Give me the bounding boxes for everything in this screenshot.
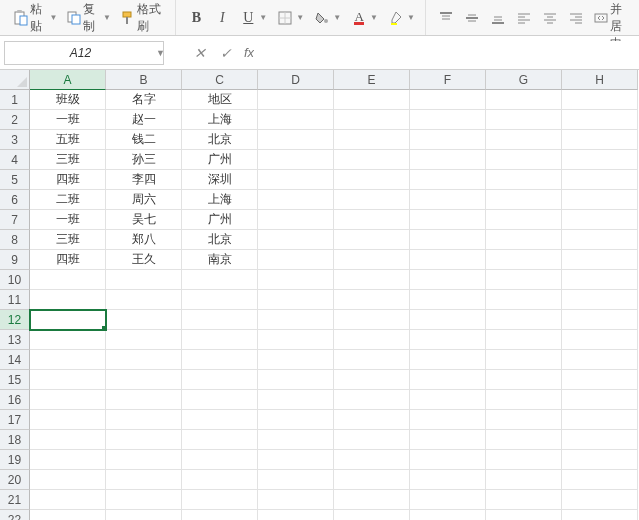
cell[interactable] (30, 290, 106, 310)
cell[interactable] (562, 430, 638, 450)
cell[interactable] (182, 470, 258, 490)
cell[interactable]: 地区 (182, 90, 258, 110)
font-color-button[interactable]: A▼ (347, 7, 382, 29)
cell[interactable] (562, 450, 638, 470)
cell[interactable] (334, 250, 410, 270)
align-left-button[interactable] (512, 7, 536, 29)
cell[interactable] (334, 210, 410, 230)
row-header[interactable]: 5 (0, 170, 30, 190)
cell[interactable] (562, 210, 638, 230)
cell[interactable] (258, 390, 334, 410)
cell[interactable] (106, 270, 182, 290)
row-header[interactable]: 18 (0, 430, 30, 450)
cell[interactable] (562, 370, 638, 390)
cell[interactable]: 四班 (30, 170, 106, 190)
cell[interactable] (334, 490, 410, 510)
row-header[interactable]: 3 (0, 130, 30, 150)
cell[interactable] (30, 350, 106, 370)
borders-button[interactable]: ▼ (273, 7, 308, 29)
cell[interactable] (30, 330, 106, 350)
cell[interactable] (410, 290, 486, 310)
cell[interactable]: 四班 (30, 250, 106, 270)
cell[interactable] (30, 490, 106, 510)
cell[interactable] (410, 310, 486, 330)
cell[interactable] (258, 510, 334, 520)
row-header[interactable]: 8 (0, 230, 30, 250)
cell[interactable] (486, 110, 562, 130)
cell[interactable] (182, 490, 258, 510)
column-header[interactable]: C (182, 70, 258, 90)
column-header[interactable]: F (410, 70, 486, 90)
cell[interactable] (410, 190, 486, 210)
cell[interactable] (486, 150, 562, 170)
cell[interactable] (106, 330, 182, 350)
cell[interactable]: 郑八 (106, 230, 182, 250)
cell[interactable] (106, 290, 182, 310)
cell[interactable] (562, 250, 638, 270)
cell[interactable] (182, 430, 258, 450)
row-header[interactable]: 10 (0, 270, 30, 290)
cell[interactable] (106, 430, 182, 450)
row-header[interactable]: 21 (0, 490, 30, 510)
column-header[interactable]: H (562, 70, 638, 90)
cell[interactable] (410, 170, 486, 190)
align-middle-button[interactable] (460, 7, 484, 29)
cell[interactable] (334, 370, 410, 390)
cells-area[interactable]: 班级名字地区一班赵一上海五班钱二北京三班孙三广州四班李四深圳二班周六上海一班吴七… (30, 90, 639, 520)
cell[interactable]: 北京 (182, 230, 258, 250)
cell[interactable] (334, 450, 410, 470)
cell[interactable] (30, 270, 106, 290)
cell[interactable] (258, 290, 334, 310)
cell[interactable] (106, 310, 182, 330)
cell[interactable] (410, 510, 486, 520)
cell[interactable] (562, 330, 638, 350)
cell[interactable] (562, 510, 638, 520)
column-header[interactable]: G (486, 70, 562, 90)
cell[interactable] (258, 110, 334, 130)
cell[interactable] (334, 470, 410, 490)
cell[interactable] (486, 230, 562, 250)
cell[interactable]: 吴七 (106, 210, 182, 230)
align-center-button[interactable] (538, 7, 562, 29)
cell[interactable] (258, 310, 334, 330)
cell[interactable]: 广州 (182, 150, 258, 170)
accept-formula-button[interactable]: ✓ (218, 43, 234, 63)
cell[interactable] (562, 90, 638, 110)
cell[interactable] (30, 450, 106, 470)
cell[interactable] (258, 370, 334, 390)
cell[interactable] (258, 350, 334, 370)
cell[interactable]: 北京 (182, 130, 258, 150)
cell[interactable] (30, 510, 106, 520)
fill-color-button[interactable]: ▼ (310, 7, 345, 29)
cell[interactable] (486, 450, 562, 470)
cell[interactable]: 钱二 (106, 130, 182, 150)
chevron-down-icon[interactable]: ▼ (156, 48, 165, 58)
cell[interactable]: 李四 (106, 170, 182, 190)
cell[interactable] (258, 410, 334, 430)
cell[interactable] (258, 230, 334, 250)
cancel-formula-button[interactable]: ✕ (192, 43, 208, 63)
align-right-button[interactable] (564, 7, 588, 29)
cell[interactable]: 王久 (106, 250, 182, 270)
cell[interactable] (106, 350, 182, 370)
cell[interactable]: 一班 (30, 110, 106, 130)
cell[interactable] (334, 390, 410, 410)
cell[interactable] (334, 270, 410, 290)
cell[interactable] (106, 470, 182, 490)
cell[interactable] (258, 90, 334, 110)
row-header[interactable]: 13 (0, 330, 30, 350)
row-header[interactable]: 14 (0, 350, 30, 370)
format-painter-button[interactable]: 格式刷 (117, 0, 169, 38)
cell[interactable] (106, 450, 182, 470)
cell[interactable]: 班级 (30, 90, 106, 110)
cell[interactable] (562, 290, 638, 310)
cell[interactable] (486, 490, 562, 510)
cell[interactable]: 赵一 (106, 110, 182, 130)
cell[interactable] (486, 350, 562, 370)
column-header[interactable]: A (30, 70, 106, 90)
cell[interactable] (258, 270, 334, 290)
cell[interactable] (410, 250, 486, 270)
cell[interactable] (334, 290, 410, 310)
cell[interactable] (486, 410, 562, 430)
cell[interactable] (410, 450, 486, 470)
